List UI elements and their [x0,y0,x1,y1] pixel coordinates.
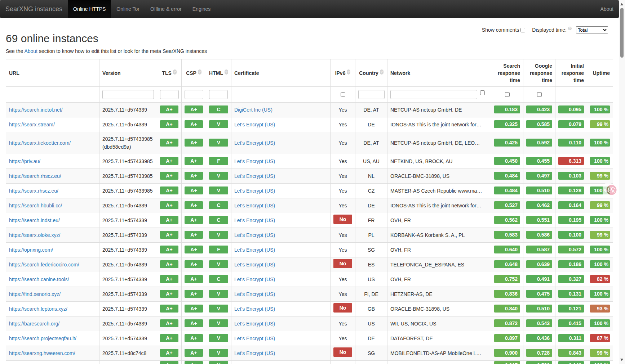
svg-text:A: A [612,189,615,194]
